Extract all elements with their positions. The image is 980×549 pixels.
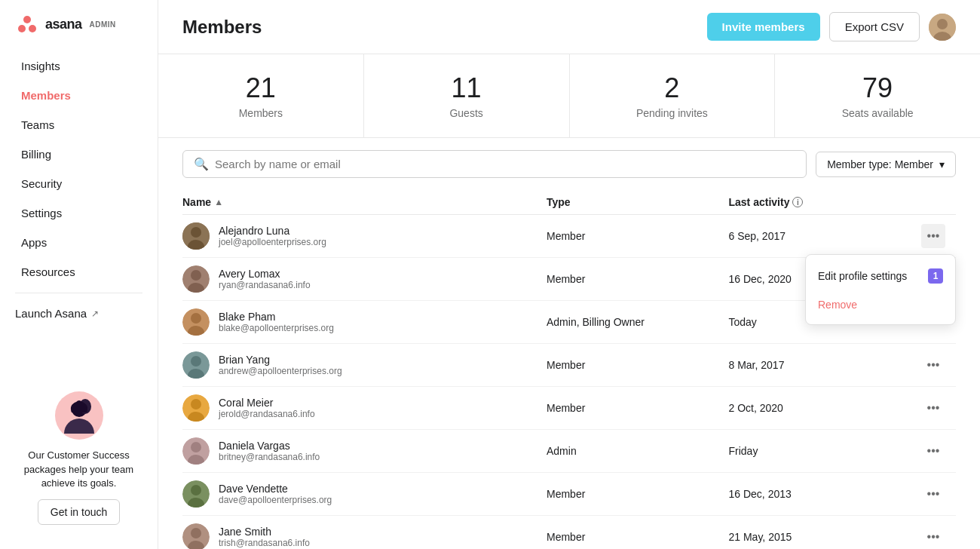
member-activity: 21 May, 2015 <box>729 531 911 543</box>
get-in-touch-button[interactable]: Get in touch <box>38 499 121 525</box>
sidebar-divider <box>15 293 142 293</box>
sidebar-item-insights[interactable]: Insights <box>6 52 152 80</box>
member-cell: Avery Lomax ryan@randasana6.info <box>182 265 547 293</box>
sidebar-item-teams[interactable]: Teams <box>6 111 152 139</box>
guests-count: 11 <box>376 72 557 104</box>
member-type: Member <box>547 273 729 285</box>
more-options-button[interactable]: ••• <box>921 525 945 549</box>
avatar <box>182 265 210 293</box>
stat-pending: 2 Pending invites <box>570 54 776 137</box>
pending-count: 2 <box>582 72 763 104</box>
member-name: Jane Smith <box>219 526 310 538</box>
svg-point-31 <box>191 528 201 538</box>
launch-asana-link[interactable]: Launch Asana ↗ <box>0 299 158 327</box>
svg-point-16 <box>191 313 201 324</box>
sidebar-item-resources[interactable]: Resources <box>6 258 152 286</box>
member-type-dropdown[interactable]: Member type: Member ▾ <box>816 152 956 177</box>
member-email: andrew@apolloenterprises.org <box>219 366 342 376</box>
user-avatar[interactable] <box>929 14 956 41</box>
member-cell: Brian Yang andrew@apolloenterprises.org <box>182 351 547 379</box>
member-info: Blake Pham blake@apolloenterprises.org <box>219 311 334 333</box>
member-name: Daniela Vargas <box>219 440 320 452</box>
cta-avatar <box>55 391 103 440</box>
member-info: Jane Smith trish@randasana6.info <box>219 526 310 548</box>
col-header-actions <box>911 196 956 208</box>
member-activity: 6 Sep, 2017 <box>729 230 911 242</box>
avatar <box>182 394 210 422</box>
sidebar: asana ADMIN Insights Members Teams Billi… <box>0 0 158 549</box>
sidebar-item-billing[interactable]: Billing <box>6 140 152 168</box>
member-activity: 8 Mar, 2017 <box>729 359 911 371</box>
asana-logo-icon <box>15 12 39 36</box>
col-header-name[interactable]: Name ▲ <box>182 196 547 208</box>
member-type: Admin <box>547 445 729 457</box>
member-name: Alejandro Luna <box>219 225 326 237</box>
member-info: Daniela Vargas britney@randasana6.info <box>219 440 320 462</box>
member-name: Blake Pham <box>219 311 334 323</box>
member-email: ryan@randasana6.info <box>219 280 311 290</box>
activity-info-icon[interactable]: i <box>792 197 803 207</box>
member-name: Dave Vendette <box>219 483 332 495</box>
member-name: Coral Meier <box>219 397 315 409</box>
avatar <box>182 437 210 465</box>
avatar <box>182 523 210 549</box>
svg-point-2 <box>29 25 36 32</box>
member-name: Avery Lomax <box>219 268 311 280</box>
seats-label: Seats available <box>787 107 968 119</box>
guests-label: Guests <box>376 107 557 119</box>
member-name: Brian Yang <box>219 354 342 366</box>
search-input[interactable] <box>215 158 795 170</box>
more-options-button[interactable]: ••• <box>921 439 945 463</box>
actions-cell: ••• <box>911 439 956 463</box>
sidebar-item-apps[interactable]: Apps <box>6 228 152 256</box>
actions-cell: ••• <box>911 525 956 549</box>
member-email: joel@apolloenterprises.org <box>219 237 326 247</box>
sort-arrow-icon: ▲ <box>214 197 223 207</box>
stats-bar: 21 Members 11 Guests 2 Pending invites 7… <box>158 54 980 138</box>
context-menu: Edit profile settings 1 Remove <box>805 254 956 325</box>
member-type: Member <box>547 402 729 414</box>
invite-members-button[interactable]: Invite members <box>707 13 820 41</box>
search-box[interactable]: 🔍 <box>182 150 807 178</box>
member-email: dave@apolloenterprises.org <box>219 495 332 505</box>
more-options-button[interactable]: ••• <box>921 482 945 506</box>
col-header-activity: Last activity i <box>729 196 911 208</box>
svg-point-1 <box>18 25 26 32</box>
member-cell: Blake Pham blake@apolloenterprises.org <box>182 308 547 336</box>
member-activity: 2 Oct, 2020 <box>729 402 911 414</box>
cta-avatar-image <box>61 397 97 434</box>
page-header: Members Invite members Export CSV <box>158 0 980 54</box>
table-row: Daniela Vargas britney@randasana6.info A… <box>182 430 956 473</box>
member-email: blake@apolloenterprises.org <box>219 323 334 333</box>
edit-profile-menu-item[interactable]: Edit profile settings 1 <box>806 261 955 291</box>
member-cell: Jane Smith trish@randasana6.info <box>182 523 547 549</box>
sidebar-item-members[interactable]: Members <box>6 81 152 109</box>
svg-point-22 <box>191 399 201 409</box>
member-email: jerold@randasana6.info <box>219 409 315 419</box>
pending-label: Pending invites <box>582 107 763 119</box>
external-link-icon: ↗ <box>91 308 99 319</box>
member-type: Member <box>547 531 729 543</box>
member-activity: 16 Dec, 2013 <box>729 488 911 500</box>
member-cell: Alejandro Luna joel@apolloenterprises.or… <box>182 222 547 250</box>
more-options-button[interactable]: ••• <box>921 224 945 248</box>
avatar <box>182 222 210 250</box>
svg-point-0 <box>23 16 31 23</box>
member-info: Avery Lomax ryan@randasana6.info <box>219 268 311 290</box>
sidebar-item-settings[interactable]: Settings <box>6 199 152 227</box>
sidebar-nav: Insights Members Teams Billing Security … <box>0 51 158 379</box>
main-content: Members Invite members Export CSV 21 Mem… <box>158 0 980 549</box>
more-options-button[interactable]: ••• <box>921 396 945 420</box>
svg-point-3 <box>64 419 94 434</box>
more-options-button[interactable]: ••• <box>921 353 945 377</box>
member-info: Alejandro Luna joel@apolloenterprises.or… <box>219 225 326 247</box>
col-header-type: Type <box>547 196 729 208</box>
asana-wordmark: asana <box>45 17 82 32</box>
remove-menu-item[interactable]: Remove <box>806 291 955 318</box>
table-row: Dave Vendette dave@apolloenterprises.org… <box>182 473 956 516</box>
table-row: Brian Yang andrew@apolloenterprises.org … <box>182 344 956 387</box>
export-csv-button[interactable]: Export CSV <box>829 12 920 41</box>
notification-badge: 1 <box>928 268 943 284</box>
sidebar-item-security[interactable]: Security <box>6 170 152 198</box>
stat-seats: 79 Seats available <box>775 54 980 137</box>
